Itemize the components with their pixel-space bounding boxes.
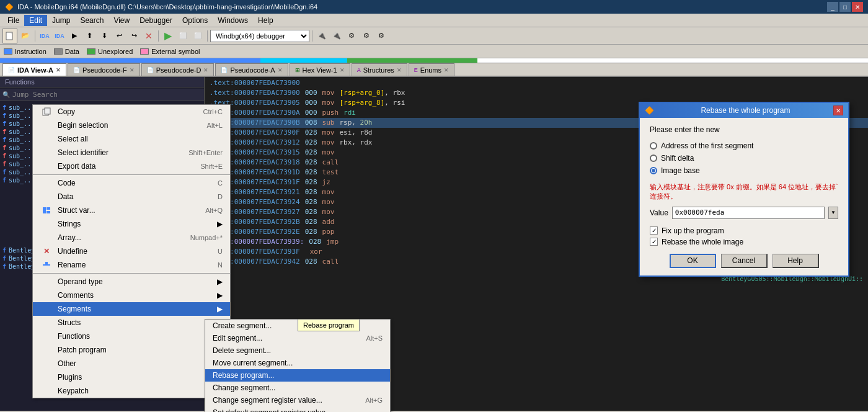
menu-export-data[interactable]: Export data Shift+E <box>33 159 230 173</box>
tab-ida-close[interactable]: ✕ <box>56 67 61 73</box>
submenu-set-default-seg-register[interactable]: Set default segment register value... <box>205 406 390 412</box>
tab-pseudocode-f[interactable]: 📄 Pseudocode-F ✕ <box>68 63 140 76</box>
toolbar-new[interactable] <box>2 29 17 43</box>
menu-keypatch[interactable]: Keypatch <box>33 384 230 398</box>
menu-array[interactable]: Array... Numpad+* <box>33 231 230 244</box>
toolbar-btn5[interactable]: ⬇ <box>97 29 111 43</box>
menu-options[interactable]: Options <box>177 15 213 26</box>
comments-icon <box>40 290 53 300</box>
radio-shift-delta[interactable]: Shift delta <box>650 154 838 163</box>
menu-other[interactable]: Other ▶ <box>33 357 230 370</box>
tab-struct-close[interactable]: ✕ <box>397 67 402 73</box>
menu-select-identifier[interactable]: Select identifier Shift+Enter <box>33 146 230 159</box>
radio-label-1: Address of the first segment <box>661 141 753 150</box>
menu-segments[interactable]: Segments ▶ <box>33 302 230 316</box>
tab-pseudocode-a[interactable]: 📄 Pseudocode-A ✕ <box>215 63 288 76</box>
ok-button[interactable]: OK <box>670 254 716 268</box>
tab-pf-close[interactable]: ✕ <box>130 67 135 73</box>
menu-comments[interactable]: Comments ▶ <box>33 289 230 302</box>
menu-undefine[interactable]: ✕ Undefine U <box>33 244 230 258</box>
menu-debugger[interactable]: Debugger <box>135 15 177 26</box>
menu-strings[interactable]: Strings ▶ <box>33 217 230 231</box>
toolbar-settings[interactable]: ⚙ <box>345 29 358 43</box>
menu-patch-program[interactable]: Patch program <box>33 343 230 357</box>
submenu-delete-segment[interactable]: Delete segment... <box>205 344 390 357</box>
toolbar-settings2[interactable]: ⚙ <box>360 29 373 43</box>
menu-functions[interactable]: Functions ▶ <box>33 329 230 343</box>
close-button[interactable]: ✕ <box>852 2 863 12</box>
tab-hex-view[interactable]: ⊞ Hex View-1 ✕ <box>290 63 350 76</box>
export-shortcut: Shift+E <box>200 163 223 170</box>
func-name: sub_... <box>9 112 35 119</box>
submenu-edit-segment[interactable]: Edit segment... Alt+S <box>205 332 390 344</box>
toolbar-btn2[interactable]: IDA <box>53 29 66 43</box>
value-input[interactable] <box>672 207 825 219</box>
minimize-button[interactable]: _ <box>827 2 838 12</box>
menu-begin-selection[interactable]: Begin selection Alt+L <box>33 119 230 132</box>
radio-address-first-segment[interactable]: Address of the first segment <box>650 141 838 150</box>
code-operand: esi, r8d <box>339 128 372 138</box>
value-dropdown[interactable]: ▼ <box>828 207 838 219</box>
tab-pseudocode-d[interactable]: 📄 Pseudocode-D ✕ <box>141 63 215 76</box>
menu-rename[interactable]: Rename N <box>33 258 230 272</box>
menu-data[interactable]: Data D <box>33 190 230 204</box>
radio-image-base[interactable]: Image base <box>650 166 838 175</box>
help-button[interactable]: Help <box>773 254 819 268</box>
submenu-move-segment[interactable]: Move current segment... <box>205 357 390 369</box>
tab-ida-view-a[interactable]: 📄 IDA View-A ✕ <box>2 63 66 76</box>
menu-jump[interactable]: Jump <box>47 15 75 26</box>
func-icon-red: f <box>2 161 6 168</box>
toolbar-run[interactable]: ▶ <box>161 29 175 43</box>
code-opcode: mov <box>322 187 335 197</box>
submenu-rebase-program[interactable]: Rebase program... <box>205 369 390 382</box>
cancel-button[interactable]: Cancel <box>721 254 768 268</box>
toolbar-settings3[interactable]: ⚙ <box>374 29 388 43</box>
toolbar-stop[interactable]: ✕ <box>142 29 156 43</box>
other-icon <box>40 359 53 369</box>
tab-pa-close[interactable]: ✕ <box>278 67 283 73</box>
code-offset: 028 <box>305 128 317 138</box>
toolbar-btn7[interactable]: ↪ <box>127 29 141 43</box>
menu-view[interactable]: View <box>108 15 135 26</box>
menu-copy[interactable]: Copy Ctrl+C <box>33 105 230 119</box>
toolbar-btn1[interactable]: IDA <box>38 29 51 43</box>
tab-pd-close[interactable]: ✕ <box>203 67 208 73</box>
submenu-change-segment[interactable]: Change segment... <box>205 382 390 394</box>
set-default-seg-label: Set default segment register value... <box>213 408 383 412</box>
debugger-dropdown[interactable]: Windbg(x64) debugger <box>210 30 309 42</box>
submenu-change-seg-register[interactable]: Change segment register value... Alt+G <box>205 394 390 406</box>
toolbar-open[interactable]: 📂 <box>19 29 32 43</box>
checkbox-fixup[interactable]: ✓ Fix up the program <box>650 226 838 235</box>
toolbar-btn6[interactable]: ↩ <box>112 29 126 43</box>
menu-edit[interactable]: Edit <box>24 15 47 26</box>
toolbar-remote2[interactable]: 🔌 <box>330 29 343 43</box>
menu-file[interactable]: File <box>2 15 24 26</box>
menu-search[interactable]: Search <box>75 15 108 26</box>
menu-plugins[interactable]: Plugins <box>33 370 230 384</box>
dialog-close-button[interactable]: ✕ <box>833 105 843 115</box>
tab-structures[interactable]: A Structures ✕ <box>352 63 407 76</box>
toolbar-step[interactable]: ⬜ <box>176 29 190 43</box>
toolbar-btn3[interactable]: ▶ <box>68 29 81 43</box>
checkbox-rebase-whole[interactable]: ✓ Rebase the whole image <box>650 238 838 246</box>
menu-select-all[interactable]: Select all <box>33 132 230 146</box>
toolbar-step2[interactable]: ⬜ <box>191 29 205 43</box>
toolbar-remote1[interactable]: 🔌 <box>315 29 329 43</box>
menu-code[interactable]: Code C <box>33 176 230 190</box>
instruction-color <box>4 48 12 55</box>
menu-structs[interactable]: Structs <box>33 316 230 329</box>
func-icon: f <box>2 177 6 184</box>
menu-help[interactable]: Help <box>253 15 278 26</box>
menu-windows[interactable]: Windows <box>213 15 253 26</box>
tab-hex-close[interactable]: ✕ <box>340 67 345 73</box>
code-opcode: pop <box>322 227 335 237</box>
menu-struct-var[interactable]: Struct var... Alt+Q <box>33 204 230 217</box>
jump-search-label: Jump Search <box>12 91 58 99</box>
tab-enums[interactable]: E Enums ✕ <box>409 63 454 76</box>
maximize-button[interactable]: □ <box>839 2 851 12</box>
menu-operand-type[interactable]: Operand type ▶ <box>33 275 230 289</box>
code-offset: 000 <box>305 98 317 108</box>
tab-enum-close[interactable]: ✕ <box>444 67 449 73</box>
toolbar-btn4[interactable]: ⬆ <box>82 29 96 43</box>
dialog-value-row: Value ▼ <box>650 207 838 219</box>
